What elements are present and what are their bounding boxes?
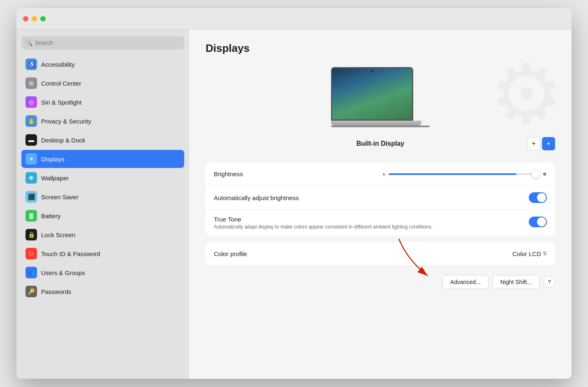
color-profile-value: Color LCD — [512, 250, 541, 257]
sidebar-item-desktop-dock[interactable]: ▬ Desktop & Dock — [21, 131, 184, 149]
sidebar-item-label: Touch ID & Password — [41, 250, 100, 257]
color-profile-row: Color profile Color LCD ⇅ — [206, 242, 555, 265]
screen-saver-icon: ⬛ — [25, 191, 37, 203]
true-tone-row: True Tone Automatically adapt display to… — [206, 210, 555, 235]
sidebar-item-label: Desktop & Dock — [41, 137, 86, 144]
night-shift-button[interactable]: Night Shift... — [493, 275, 539, 289]
true-tone-label: True Tone — [214, 216, 529, 223]
brightness-card: Brightness ● ● Automatically adjust brig… — [206, 163, 555, 235]
main-content: ⚙ Displays Built-in Display + ▾ — [189, 30, 572, 379]
sidebar-item-screen-saver[interactable]: ⬛ Screen Saver — [21, 188, 184, 206]
sidebar-item-passwords[interactable]: 🔑 Passwords — [21, 282, 184, 301]
touch-id-icon: ⬡ — [25, 248, 37, 259]
macbook-bottom — [331, 126, 430, 127]
auto-brightness-row: Automatically adjust brightness — [206, 186, 555, 210]
lock-screen-icon: 🔒 — [25, 229, 37, 240]
content-area: 🔍 ♿ Accessibility ⊞ Control Center ◎ — [16, 30, 572, 379]
close-button[interactable] — [23, 16, 28, 21]
macbook-base — [331, 121, 421, 126]
true-tone-desc: Automatically adapt display to make colo… — [214, 224, 529, 230]
sidebar: 🔍 ♿ Accessibility ⊞ Control Center ◎ — [16, 30, 189, 379]
true-tone-label-group: True Tone Automatically adapt display to… — [214, 216, 529, 230]
siri-icon: ◎ — [25, 96, 37, 108]
sidebar-item-accessibility[interactable]: ♿ Accessibility — [21, 55, 184, 73]
add-display-button[interactable]: + — [527, 137, 540, 150]
sidebar-item-control-center[interactable]: ⊞ Control Center — [21, 74, 184, 92]
auto-brightness-toggle[interactable] — [529, 192, 547, 203]
sidebar-item-label: Privacy & Security — [41, 118, 91, 125]
sidebar-item-siri-spotlight[interactable]: ◎ Siri & Spotlight — [21, 93, 184, 111]
title-bar — [16, 8, 572, 30]
sidebar-item-label: Displays — [41, 156, 65, 163]
action-area: Advanced... Night Shift... ? — [206, 272, 555, 289]
sidebar-item-label: Passwords — [41, 288, 71, 295]
brightness-high-icon: ● — [542, 170, 547, 178]
sidebar-item-label: Siri & Spotlight — [41, 99, 81, 106]
sidebar-item-privacy-security[interactable]: ✋ Privacy & Security — [21, 112, 184, 130]
search-bar[interactable]: 🔍 — [21, 36, 184, 49]
color-profile-select[interactable]: Color LCD ⇅ — [512, 250, 547, 257]
battery-icon: ▓ — [25, 210, 37, 221]
brightness-label: Brightness — [214, 170, 382, 177]
search-icon: 🔍 — [25, 40, 32, 46]
brightness-low-icon: ● — [382, 171, 385, 177]
color-profile-card: Color profile Color LCD ⇅ — [206, 242, 555, 265]
color-profile-label: Color profile — [214, 250, 512, 257]
passwords-icon: 🔑 — [25, 286, 37, 297]
sidebar-item-users-groups[interactable]: 👥 Users & Groups — [21, 263, 184, 282]
sidebar-item-label: Users & Groups — [41, 269, 85, 276]
macbook-screen — [331, 67, 413, 121]
advanced-button[interactable]: Advanced... — [442, 275, 488, 289]
minimize-button[interactable] — [32, 16, 37, 21]
sidebar-item-label: Lock Screen — [41, 231, 75, 238]
display-name: Built-in Display — [322, 140, 438, 147]
true-tone-toggle[interactable] — [529, 217, 547, 227]
accessibility-icon: ♿ — [25, 58, 37, 70]
display-preview-section: Built-in Display + ▾ — [206, 67, 555, 150]
sidebar-item-label: Wallpaper — [41, 175, 69, 182]
action-row: Advanced... Night Shift... ? — [206, 275, 555, 289]
control-center-icon: ⊞ — [25, 77, 37, 89]
system-settings-window: 🔍 ♿ Accessibility ⊞ Control Center ◎ — [16, 8, 572, 379]
brightness-slider[interactable] — [389, 173, 539, 175]
sidebar-item-battery[interactable]: ▓ Battery — [21, 207, 184, 225]
display-label-row: Built-in Display + ▾ — [206, 137, 555, 150]
search-input[interactable] — [35, 40, 180, 46]
sidebar-item-label: Battery — [41, 212, 61, 219]
auto-brightness-label: Automatically adjust brightness — [214, 194, 529, 201]
brightness-row: Brightness ● ● — [206, 163, 555, 186]
sidebar-item-label: Control Center — [41, 80, 81, 87]
chevron-icon: ⇅ — [543, 251, 547, 256]
help-button[interactable]: ? — [544, 276, 555, 288]
display-dropdown-button[interactable]: ▾ — [542, 137, 555, 150]
wallpaper-icon: ❋ — [25, 172, 37, 184]
maximize-button[interactable] — [40, 16, 46, 21]
page-title: Displays — [206, 42, 555, 55]
brightness-slider-fill — [389, 173, 516, 175]
desktop-dock-icon: ▬ — [25, 134, 37, 146]
macbook-preview — [331, 67, 430, 127]
sidebar-item-touch-id[interactable]: ⬡ Touch ID & Password — [21, 245, 184, 263]
sidebar-item-displays[interactable]: ☀ Displays — [21, 150, 184, 168]
sidebar-item-wallpaper[interactable]: ❋ Wallpaper — [21, 169, 184, 187]
users-icon: 👥 — [25, 267, 37, 278]
brightness-slider-thumb[interactable] — [532, 170, 540, 178]
displays-icon: ☀ — [25, 153, 37, 165]
brightness-slider-container: ● ● — [382, 170, 547, 178]
sidebar-item-label: Screen Saver — [41, 194, 79, 200]
sidebar-item-lock-screen[interactable]: 🔒 Lock Screen — [21, 226, 184, 244]
sidebar-item-label: Accessibility — [41, 61, 75, 68]
privacy-icon: ✋ — [25, 115, 37, 127]
